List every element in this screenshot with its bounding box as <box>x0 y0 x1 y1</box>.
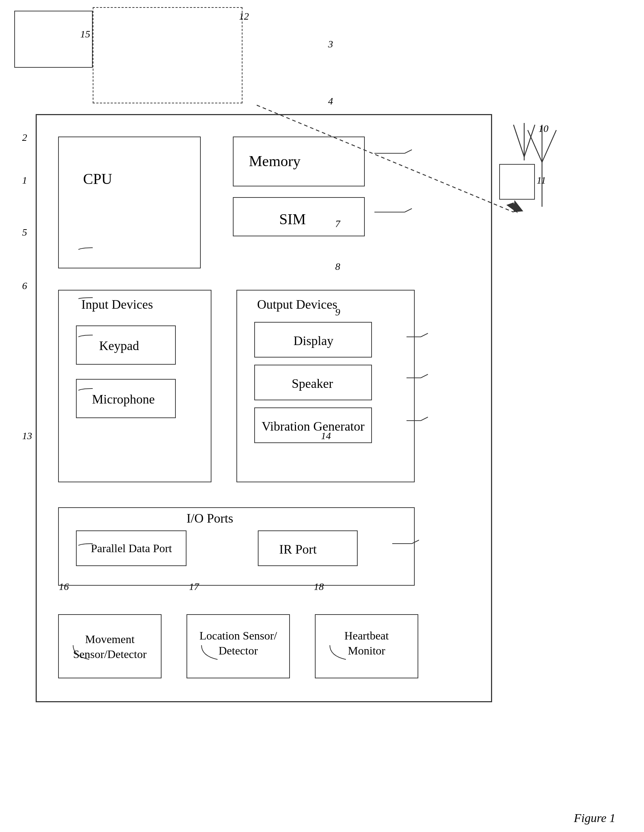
label-15: 15 <box>80 29 90 40</box>
label-14: 14 <box>321 430 331 442</box>
svg-line-5 <box>542 130 556 162</box>
label-10: 10 <box>538 123 548 134</box>
heartbeat-monitor-label: HeartbeatMonitor <box>319 629 415 658</box>
movement-sensor-label: MovementSensor/Detector <box>62 632 158 662</box>
figure-label: Figure 1 <box>574 811 615 825</box>
keypad-label: Keypad <box>99 338 139 353</box>
label-17: 17 <box>189 581 199 592</box>
label-4: 4 <box>328 96 333 107</box>
parallel-data-port-label: Parallel Data Port <box>79 542 184 555</box>
sim-label: SIM <box>279 211 306 228</box>
label-7: 7 <box>335 218 340 230</box>
main-device-box: CPU Memory SIM Input Devices Keypad Micr… <box>36 114 492 702</box>
radio-transceiver-box <box>499 164 535 200</box>
antenna <box>510 121 538 162</box>
label-11: 11 <box>537 175 546 186</box>
ir-port-label: IR Port <box>279 542 317 557</box>
svg-line-19 <box>514 125 524 157</box>
label-3: 3 <box>328 38 333 50</box>
label-8: 8 <box>335 261 340 272</box>
microphone-label: Microphone <box>92 392 155 407</box>
label-18: 18 <box>314 581 324 592</box>
label-2: 2 <box>22 132 27 143</box>
vibration-generator-label: Vibration Generator <box>256 419 370 434</box>
label-6: 6 <box>22 280 27 291</box>
location-sensor-label: Location Sensor/Detector <box>190 629 286 658</box>
label-5: 5 <box>22 227 27 238</box>
label-12: 12 <box>239 11 249 22</box>
monitor-outer-dashed-box <box>93 7 242 103</box>
input-devices-label: Input Devices <box>81 297 153 312</box>
cpu-label: CPU <box>83 170 112 187</box>
cpu-box <box>58 136 201 269</box>
svg-line-21 <box>524 125 535 157</box>
display-label: Display <box>293 333 333 348</box>
speaker-label: Speaker <box>292 376 333 391</box>
label-1: 1 <box>22 175 27 186</box>
svg-marker-2 <box>506 202 518 213</box>
io-ports-label: I/O Ports <box>186 511 233 526</box>
label-9: 9 <box>335 307 340 318</box>
memory-label: Memory <box>249 152 301 170</box>
output-devices-label: Output Devices <box>257 297 337 312</box>
label-16: 16 <box>59 581 69 592</box>
svg-marker-1 <box>508 200 524 216</box>
label-13: 13 <box>22 430 32 442</box>
